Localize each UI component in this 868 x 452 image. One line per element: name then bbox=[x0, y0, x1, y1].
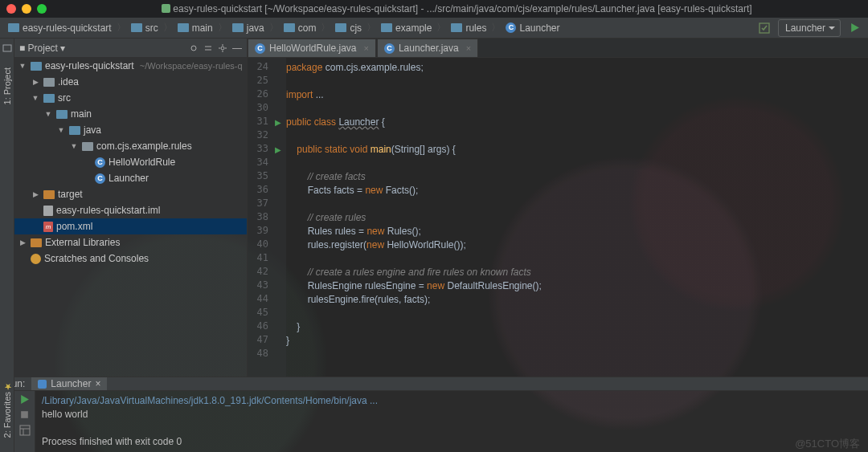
breadcrumb[interactable]: easy-rules-quickstart〉src〉main〉java〉com〉… bbox=[5, 21, 755, 35]
run-icon[interactable] bbox=[845, 19, 863, 37]
navigation-bar: easy-rules-quickstart〉src〉main〉java〉com〉… bbox=[0, 18, 868, 39]
tree-node[interactable]: easy-rules-quickstart.iml bbox=[14, 202, 247, 218]
crumb[interactable]: cjs bbox=[332, 21, 365, 35]
tree-node[interactable]: ▼easy-rules-quickstart ~/Workspace/easy-… bbox=[14, 58, 247, 74]
tree-node[interactable]: mpom.xml bbox=[14, 218, 247, 234]
svg-rect-5 bbox=[20, 426, 30, 435]
layout-icon[interactable] bbox=[19, 425, 31, 436]
tree-node[interactable]: ▶.idea bbox=[14, 74, 247, 90]
svg-rect-1 bbox=[3, 45, 11, 51]
crumb[interactable]: com bbox=[280, 21, 320, 35]
crumb[interactable]: example bbox=[378, 21, 435, 35]
crumb[interactable]: main bbox=[174, 21, 216, 35]
crumb[interactable]: java bbox=[229, 21, 268, 35]
tree-node[interactable]: CHelloWorldRule bbox=[14, 154, 247, 170]
tree-node[interactable]: ▼main bbox=[14, 106, 247, 122]
tree-node[interactable]: ▼java bbox=[14, 122, 247, 138]
tree-node[interactable]: Scratches and Consoles bbox=[14, 250, 247, 267]
console[interactable]: /Library/Java/JavaVirtualMachines/jdk1.8… bbox=[35, 391, 868, 452]
editor-tab[interactable]: CHelloWorldRule.java× bbox=[248, 39, 376, 57]
left-toolstrip: 1: Project bbox=[0, 39, 14, 377]
run-header: Run: Launcher × bbox=[0, 377, 868, 391]
stop-icon[interactable] bbox=[19, 409, 30, 420]
editor-tabs[interactable]: CHelloWorldRule.java×CLauncher.java× bbox=[248, 39, 868, 58]
svg-point-2 bbox=[221, 47, 224, 50]
crumb[interactable]: rules bbox=[448, 21, 489, 35]
project-strip-label[interactable]: 1: Project bbox=[2, 67, 12, 104]
project-label[interactable]: ■ Project ▾ bbox=[19, 43, 184, 54]
close-dot[interactable] bbox=[6, 4, 16, 14]
mac-titlebar: easy-rules-quickstart [~/Workspace/easy-… bbox=[0, 0, 868, 18]
build-icon[interactable] bbox=[755, 19, 773, 37]
settings-icon[interactable] bbox=[218, 43, 227, 53]
svg-rect-3 bbox=[38, 380, 47, 389]
crumb[interactable]: CLauncher bbox=[502, 21, 563, 35]
project-panel: ■ Project ▾ — ▼easy-rules-quickstart ~/W… bbox=[14, 39, 248, 377]
tree-node[interactable]: ▶External Libraries bbox=[14, 234, 247, 250]
code-area[interactable]: 2425263031▶3233▶343536373839404142434445… bbox=[248, 58, 868, 377]
watermark: @51CTO博客 bbox=[795, 437, 860, 450]
run-toolwindow: Run: Launcher × /Library/Java/JavaVirtua… bbox=[0, 377, 868, 452]
run-config-selector[interactable]: Launcher bbox=[778, 19, 841, 37]
code-lines[interactable]: package com.cjs.example.rules; import ..… bbox=[286, 58, 868, 377]
run-tab[interactable]: Launcher × bbox=[31, 377, 107, 390]
project-header: ■ Project ▾ — bbox=[14, 39, 247, 58]
crumb[interactable]: easy-rules-quickstart bbox=[5, 21, 115, 35]
editor-tab[interactable]: CLauncher.java× bbox=[377, 39, 478, 57]
min-dot[interactable] bbox=[22, 4, 31, 14]
tree-node[interactable]: ▼src bbox=[14, 90, 247, 106]
svg-rect-4 bbox=[21, 411, 28, 418]
project-tree[interactable]: ▼easy-rules-quickstart ~/Workspace/easy-… bbox=[14, 58, 247, 377]
rerun-icon[interactable] bbox=[19, 394, 30, 405]
max-dot[interactable] bbox=[37, 4, 47, 14]
favorites-strip[interactable]: ★ 2: Favorites bbox=[0, 377, 14, 452]
project-strip-icon[interactable] bbox=[2, 43, 12, 53]
tree-node[interactable]: CLauncher bbox=[14, 170, 247, 186]
run-tool-column bbox=[14, 391, 35, 452]
tree-node[interactable]: ▼com.cjs.example.rules bbox=[14, 138, 247, 154]
hide-icon[interactable]: — bbox=[232, 43, 242, 54]
tree-node[interactable]: ▶target bbox=[14, 186, 247, 202]
gutter: 2425263031▶3233▶343536373839404142434445… bbox=[248, 58, 286, 377]
sync-icon[interactable] bbox=[189, 43, 199, 53]
crumb[interactable]: src bbox=[128, 21, 162, 35]
editor: CHelloWorldRule.java×CLauncher.java× 242… bbox=[248, 39, 868, 377]
collapse-icon[interactable] bbox=[203, 43, 213, 53]
window-title: easy-rules-quickstart [~/Workspace/easy-… bbox=[52, 3, 862, 14]
